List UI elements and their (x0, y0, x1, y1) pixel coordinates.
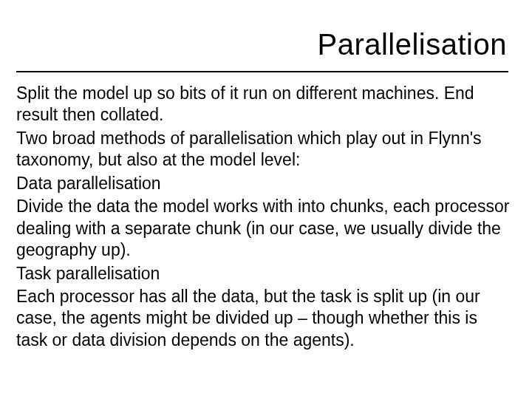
body-paragraph: Divide the data the model works with int… (16, 196, 510, 261)
body-paragraph: Two broad methods of parallelisation whi… (16, 128, 510, 171)
body-paragraph: Data parallelisation (16, 173, 510, 194)
title-divider (16, 71, 508, 72)
slide: Parallelisation Split the model up so bi… (0, 0, 532, 399)
slide-title: Parallelisation (317, 28, 507, 61)
body-paragraph: Task parallelisation (16, 263, 510, 284)
body-paragraph: Each processor has all the data, but the… (16, 286, 510, 351)
body-paragraph: Split the model up so bits of it run on … (16, 83, 510, 126)
slide-body: Split the model up so bits of it run on … (16, 83, 510, 352)
